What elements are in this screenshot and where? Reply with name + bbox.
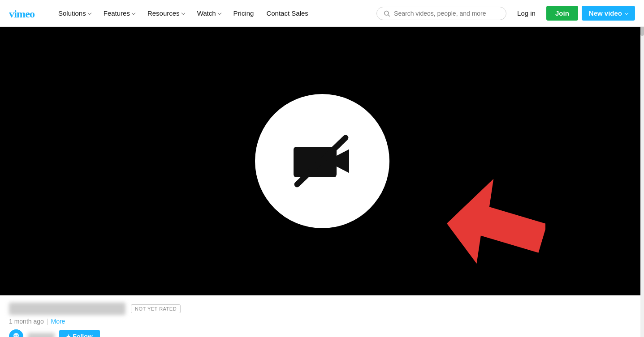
vimeo-logo[interactable]: vimeo bbox=[9, 7, 45, 20]
more-link[interactable]: More bbox=[51, 318, 65, 325]
svg-text:vimeo: vimeo bbox=[9, 8, 35, 19]
follow-button[interactable]: + Follow bbox=[59, 330, 100, 337]
video-info-row: 1 month ago | More bbox=[9, 318, 635, 325]
video-title-blurred bbox=[9, 303, 125, 315]
login-button[interactable]: Log in bbox=[510, 6, 543, 20]
video-player[interactable] bbox=[0, 27, 644, 295]
navbar: vimeo Solutions Features Resources Watch… bbox=[0, 0, 644, 27]
nav-pricing[interactable]: Pricing bbox=[229, 7, 259, 20]
separator: | bbox=[47, 318, 48, 325]
nav-contact-sales[interactable]: Contact Sales bbox=[262, 7, 312, 20]
search-input[interactable] bbox=[394, 10, 500, 17]
svg-marker-5 bbox=[447, 179, 545, 268]
search-icon bbox=[383, 10, 390, 17]
svg-point-9 bbox=[14, 335, 15, 336]
search-box[interactable] bbox=[376, 7, 506, 20]
video-title-row: NOT YET RATED bbox=[9, 303, 635, 315]
join-button[interactable]: Join bbox=[546, 6, 578, 21]
username-blurred bbox=[28, 333, 55, 337]
nav-watch[interactable]: Watch bbox=[193, 7, 225, 20]
watch-chevron-icon bbox=[217, 11, 221, 14]
avatar bbox=[9, 329, 23, 337]
rating-badge: NOT YET RATED bbox=[131, 304, 181, 313]
nav-resources[interactable]: Resources bbox=[143, 7, 189, 20]
nav-features[interactable]: Features bbox=[99, 7, 139, 20]
time-ago: 1 month ago bbox=[9, 318, 44, 325]
svg-point-10 bbox=[17, 335, 17, 336]
new-video-chevron-icon bbox=[625, 11, 628, 14]
no-camera-svg bbox=[286, 134, 358, 188]
features-chevron-icon bbox=[132, 11, 135, 14]
svg-line-2 bbox=[388, 15, 390, 17]
plus-icon: + bbox=[66, 333, 70, 337]
solutions-chevron-icon bbox=[87, 11, 91, 14]
resources-chevron-icon bbox=[181, 11, 185, 14]
scrollbar[interactable] bbox=[640, 0, 644, 337]
video-meta-section: NOT YET RATED 1 month ago | More + Follo… bbox=[0, 295, 644, 337]
video-unavailable-icon bbox=[255, 94, 389, 228]
nav-solutions[interactable]: Solutions bbox=[54, 7, 95, 20]
svg-point-1 bbox=[385, 11, 389, 15]
new-video-button[interactable]: New video bbox=[582, 6, 635, 21]
user-row: + Follow bbox=[9, 329, 635, 337]
